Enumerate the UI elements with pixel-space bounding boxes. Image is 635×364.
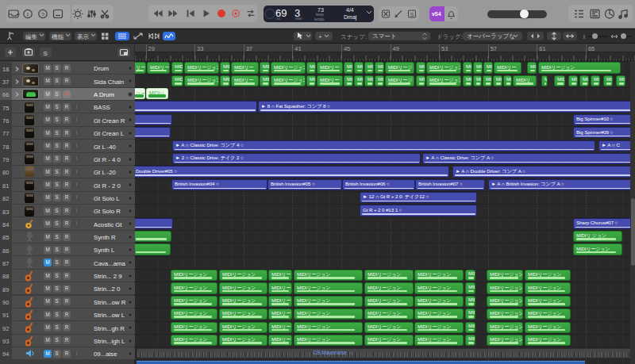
svg-text:S: S [410,12,414,17]
svg-text:?: ? [41,11,45,18]
svg-text:i: i [27,11,29,18]
svg-text:S: S [44,50,48,57]
